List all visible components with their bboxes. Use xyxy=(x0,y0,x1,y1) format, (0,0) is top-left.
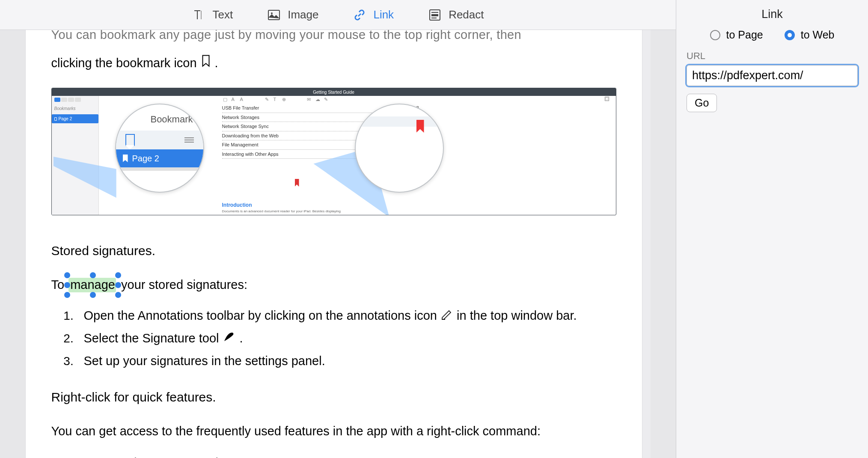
radio-label: to Page xyxy=(726,29,763,41)
ordered-list: Copy and paste annotations xyxy=(26,454,642,458)
illustration-lens-ribbon xyxy=(416,120,424,133)
illustration-lens-label: Bookmark xyxy=(116,112,203,126)
pdf-page: You can bookmark any page just by moving… xyxy=(26,30,642,458)
panel-title: Link xyxy=(687,8,858,21)
radio-icon xyxy=(710,30,720,40)
annotate-toolbar: Text Image xyxy=(0,0,676,30)
document-canvas[interactable]: You can bookmark any page just by moving… xyxy=(0,30,676,458)
illustration-titlebar: Getting Started Guide xyxy=(52,88,616,96)
list-item: Open the Annotations toolbar by clicking… xyxy=(77,306,616,326)
tool-redact-label: Redact xyxy=(449,8,484,21)
tool-image[interactable]: Image xyxy=(267,8,318,22)
ordered-list: Open the Annotations toolbar by clicking… xyxy=(26,306,642,371)
tool-text[interactable]: Text xyxy=(192,8,233,22)
svg-point-1 xyxy=(271,12,273,14)
tool-text-label: Text xyxy=(212,8,233,21)
list-item-text: Select the Signature tool xyxy=(84,331,223,345)
illustration-bookmark-ribbon xyxy=(295,179,299,187)
svg-rect-0 xyxy=(268,10,279,20)
bookmark-icon xyxy=(200,54,211,73)
tool-link-label: Link xyxy=(373,8,394,21)
illustration-lens-sidebar: Bookmark Page 2 xyxy=(115,104,204,193)
radio-to-page[interactable]: to Page xyxy=(710,29,763,41)
link-destination-radios: to Page to Web xyxy=(687,29,858,41)
go-button[interactable]: Go xyxy=(687,94,717,112)
annotations-icon xyxy=(440,307,453,326)
illustration-lens-corner xyxy=(355,104,444,193)
illustration-close-icon: ▢ xyxy=(605,97,609,101)
body-text-fragment: your stored signatures: xyxy=(118,278,247,291)
body-text: To manage xyxy=(26,276,642,294)
list-item-text: . xyxy=(240,331,243,345)
link-tool-icon xyxy=(353,8,366,22)
link-annotation[interactable]: manage xyxy=(68,276,118,294)
list-item: Set up your signatures in the settings p… xyxy=(77,352,616,371)
tool-image-label: Image xyxy=(288,8,318,21)
section-heading: Stored signatures. xyxy=(26,241,642,260)
illustration-screenshot: Getting Started Guide Bookmarks Page 2 ▢… xyxy=(51,88,616,215)
svg-rect-4 xyxy=(431,14,438,16)
text-tool-icon xyxy=(192,8,205,22)
list-item: Select the Signature tool . xyxy=(77,329,616,348)
body-text: You can get access to the frequently use… xyxy=(26,422,642,441)
body-text: clicking the bookmark icon . xyxy=(26,54,642,73)
signature-icon xyxy=(223,330,236,348)
url-input[interactable] xyxy=(687,65,858,86)
section-heading: Right-click for quick features. xyxy=(26,387,642,407)
list-item: Copy and paste annotations xyxy=(77,454,616,458)
tool-redact[interactable]: Redact xyxy=(428,8,484,22)
body-text-fragment: . xyxy=(215,54,218,73)
page-scrollbar[interactable] xyxy=(642,30,651,458)
illustration-sidebar-title: Bookmarks xyxy=(52,104,98,114)
redact-tool-icon xyxy=(428,8,442,22)
link-properties-panel: Link to Page to Web URL Go xyxy=(676,0,868,458)
image-tool-icon xyxy=(267,8,281,22)
list-item-text: Open the Annotations toolbar by clicking… xyxy=(84,309,441,322)
tool-link[interactable]: Link xyxy=(353,8,394,22)
radio-icon xyxy=(785,30,795,40)
link-annotation-text: manage xyxy=(68,278,118,291)
illustration-sidebar-item: Page 2 xyxy=(52,114,98,123)
illustration-intro: Introduction Documents is an advanced do… xyxy=(222,201,341,214)
illustration-sidebar: Bookmarks Page 2 xyxy=(52,96,99,215)
list-item-text: in the top window bar. xyxy=(457,309,577,322)
body-text-fragment: clicking the bookmark icon xyxy=(51,54,197,73)
radio-to-web[interactable]: to Web xyxy=(785,29,835,41)
url-field-label: URL xyxy=(687,51,858,62)
body-text: You can bookmark any page just by moving… xyxy=(26,30,642,45)
radio-label: to Web xyxy=(801,29,835,41)
illustration-toolbar: ▢AA ✎T⊕ ✉☁✎ xyxy=(223,96,329,101)
